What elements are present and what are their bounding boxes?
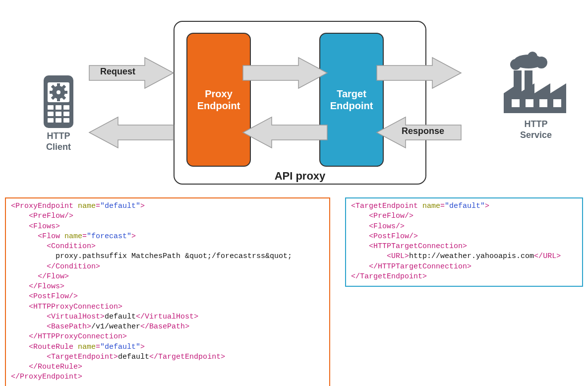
response-label: Response [402, 126, 444, 136]
request-label: Request [100, 66, 135, 77]
api-proxy-diagram: HTTPClient [5, 5, 583, 193]
proxy-endpoint-xml: <ProxyEndpoint name="default"> <PreFlow/… [5, 197, 330, 386]
target-endpoint-xml: <TargetEndpoint name="default"> <PreFlow… [345, 197, 583, 287]
code-row: <ProxyEndpoint name="default"> <PreFlow/… [5, 197, 583, 386]
arrows-layer [5, 5, 583, 193]
